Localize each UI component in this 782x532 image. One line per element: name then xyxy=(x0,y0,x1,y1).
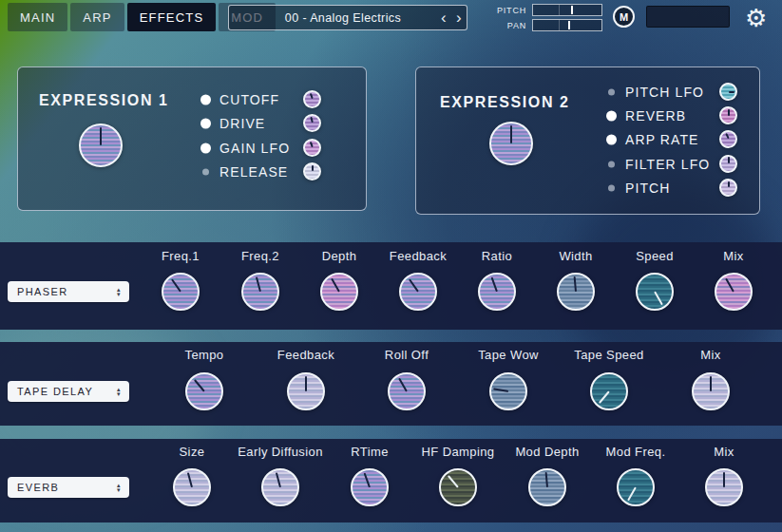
knob-needle xyxy=(309,141,313,147)
everb-selector[interactable]: EVERB▴▾ xyxy=(8,477,129,498)
preset-name[interactable]: 00 - Analog Electrics xyxy=(229,11,436,25)
knob-ratio[interactable] xyxy=(478,273,516,311)
expression-item-gain-lfo[interactable]: GAIN LFO xyxy=(200,139,325,158)
knob-needle xyxy=(729,91,735,93)
knob-needle xyxy=(710,376,712,391)
expression-item-label: CUTOFF xyxy=(219,92,279,107)
knob-rtime[interactable] xyxy=(351,468,389,506)
knob-label-mix: Mix xyxy=(654,348,768,362)
phaser-row: PHASER▴▾Freq.1Freq.2DepthFeedbackRatioWi… xyxy=(0,242,782,330)
tab-effects[interactable]: EFFECTS xyxy=(127,3,217,31)
phaser-selector[interactable]: PHASER▴▾ xyxy=(8,281,129,302)
knob-needle xyxy=(448,475,459,487)
expression-mini-knob-filter-lfo[interactable] xyxy=(719,155,737,173)
knob-roll-off[interactable] xyxy=(388,372,426,410)
selector-label: TAPE DELAY xyxy=(17,386,117,397)
knob-needle xyxy=(491,276,498,292)
radio-dot[interactable] xyxy=(608,184,615,191)
expression-mini-knob-release[interactable] xyxy=(303,162,321,180)
radio-dot[interactable] xyxy=(200,119,211,129)
tab-arp[interactable]: ARP xyxy=(70,3,124,31)
knob-mod-freq[interactable] xyxy=(617,468,655,506)
pitch-slider[interactable] xyxy=(532,4,602,16)
knob-label-tempo: Tempo xyxy=(147,348,261,362)
knob-needle xyxy=(725,277,734,292)
knob-needle xyxy=(364,472,371,487)
expression-item-arp-rate[interactable]: ARP RATE xyxy=(606,130,741,149)
knob-tape-wow[interactable] xyxy=(489,372,527,410)
expression-item-filter-lfo[interactable]: FILTER LFO xyxy=(606,155,741,174)
expression-2-knob[interactable] xyxy=(489,122,533,165)
knob-depth[interactable] xyxy=(320,273,358,311)
knob-tempo[interactable] xyxy=(185,372,223,410)
preset-selector[interactable]: 00 - Analog Electrics ‹ › xyxy=(228,5,467,30)
expression-1-knob[interactable] xyxy=(79,124,123,167)
pan-slider[interactable] xyxy=(532,19,602,31)
pitch-label: PITCH xyxy=(492,6,526,15)
knob-label-roll-off: Roll Off xyxy=(350,348,464,362)
expression-item-label: GAIN LFO xyxy=(219,141,290,156)
knob-size[interactable] xyxy=(173,468,211,506)
expression-mini-knob-gain-lfo[interactable] xyxy=(303,139,321,157)
knob-width[interactable] xyxy=(557,273,595,311)
knob-hf-damping[interactable] xyxy=(439,468,477,506)
radio-dot[interactable] xyxy=(200,95,211,105)
preset-next-icon[interactable]: › xyxy=(451,6,467,29)
expression-item-reverb[interactable]: REVERB xyxy=(606,106,741,125)
expression-item-label: FILTER LFO xyxy=(625,157,710,172)
pan-slider-row: PAN xyxy=(492,19,602,31)
tab-main[interactable]: MAIN xyxy=(8,3,67,31)
tape-delay-selector[interactable]: TAPE DELAY▴▾ xyxy=(8,381,129,402)
knob-needle xyxy=(723,472,725,487)
knob-freq-2[interactable] xyxy=(241,273,279,311)
knob-mod-depth[interactable] xyxy=(528,468,566,506)
radio-dot[interactable] xyxy=(606,135,617,145)
expression-item-cutoff[interactable]: CUTOFF xyxy=(200,90,325,109)
knob-needle xyxy=(194,379,205,391)
radio-dot[interactable] xyxy=(606,111,617,122)
expression-item-release[interactable]: RELEASE xyxy=(200,162,325,181)
knob-speed[interactable] xyxy=(636,273,674,311)
knob-tape-speed[interactable] xyxy=(590,372,628,410)
expression-mini-knob-pitch-lfo[interactable] xyxy=(719,83,737,101)
expression-item-pitch[interactable]: PITCH xyxy=(606,179,741,198)
pan-slider-thumb[interactable] xyxy=(568,21,570,29)
knob-needle xyxy=(331,277,340,292)
knob-label-tape-speed: Tape Speed xyxy=(552,348,666,362)
knob-early-diffusion[interactable] xyxy=(261,468,299,506)
knob-label-feedback: Feedback xyxy=(249,348,363,362)
expression-mini-knob-arp-rate[interactable] xyxy=(719,130,737,148)
gear-icon[interactable]: ⚙ xyxy=(745,2,767,34)
plugin-window: MAINARPEFFECTSMOD 00 - Analog Electrics … xyxy=(0,0,782,532)
expression-2-title: EXPRESSION 2 xyxy=(440,94,570,111)
knob-needle xyxy=(728,109,730,116)
knob-feedback[interactable] xyxy=(399,273,437,311)
expression-item-drive[interactable]: DRIVE xyxy=(200,114,325,133)
radio-dot[interactable] xyxy=(202,168,209,175)
expression-mini-knob-drive[interactable] xyxy=(303,114,321,132)
knob-feedback[interactable] xyxy=(287,372,325,410)
midi-button[interactable]: M xyxy=(613,6,635,28)
knob-needle xyxy=(493,388,508,392)
preset-prev-icon[interactable]: ‹ xyxy=(436,6,451,29)
knob-mix[interactable] xyxy=(705,468,743,506)
radio-dot[interactable] xyxy=(608,89,615,96)
expression-2-panel: EXPRESSION 2 PITCH LFOREVERBARP RATEFILT… xyxy=(415,66,760,215)
knob-freq-1[interactable] xyxy=(162,273,200,311)
selector-arrows-icon: ▴▾ xyxy=(117,483,122,492)
knob-needle xyxy=(409,278,419,292)
knob-label-mix: Mix xyxy=(667,445,781,459)
expression-item-label: RELEASE xyxy=(219,164,288,180)
knob-needle xyxy=(574,276,577,292)
radio-dot[interactable] xyxy=(200,142,211,153)
radio-dot[interactable] xyxy=(608,161,615,167)
expression-mini-knob-reverb[interactable] xyxy=(719,106,737,124)
knob-mix[interactable] xyxy=(715,273,753,311)
pitch-slider-thumb[interactable] xyxy=(571,6,573,14)
knob-needle xyxy=(309,93,313,100)
expression-item-pitch-lfo[interactable]: PITCH LFO xyxy=(606,83,741,102)
expression-mini-knob-pitch[interactable] xyxy=(719,179,737,197)
expression-mini-knob-cutoff[interactable] xyxy=(303,90,321,108)
tape-delay-row: TAPE DELAY▴▾TempoFeedbackRoll OffTape Wo… xyxy=(0,342,782,426)
knob-mix[interactable] xyxy=(692,372,730,410)
